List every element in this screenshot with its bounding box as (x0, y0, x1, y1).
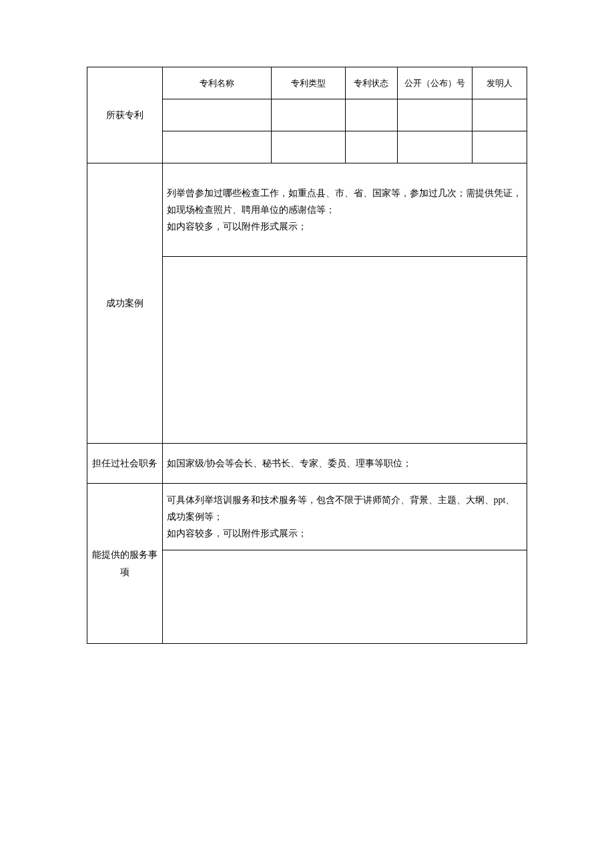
patent-name-header: 专利名称 (162, 67, 272, 99)
success-cases-instruction-row: 成功案例 列举曾参加过哪些检查工作，如重点县、市、省、国家等，参加过几次；需提供… (87, 163, 527, 257)
social-positions-row: 担任过社会职务 如国家级/协会等会长、秘书长、专家、委员、理事等职位； (87, 444, 527, 484)
success-cases-label: 成功案例 (87, 163, 163, 444)
patent-inventor-header: 发明人 (473, 67, 527, 99)
patent-status-cell[interactable] (345, 99, 397, 131)
patent-status-header: 专利状态 (345, 67, 397, 99)
patents-header-row: 所获专利 专利名称 专利类型 专利状态 公开（公布）号 发明人 (87, 67, 527, 99)
patent-number-header: 公开（公布）号 (397, 67, 473, 99)
patent-number-cell[interactable] (397, 99, 473, 131)
patent-type-header: 专利类型 (272, 67, 346, 99)
patent-type-cell[interactable] (272, 99, 346, 131)
form-table: 所获专利 专利名称 专利类型 专利状态 公开（公布）号 发明人 成功案例 列举曾… (87, 67, 527, 644)
social-positions-instruction: 如国家级/协会等会长、秘书长、专家、委员、理事等职位； (162, 444, 527, 484)
patent-number-cell[interactable] (397, 131, 473, 163)
services-content[interactable] (162, 550, 527, 644)
patent-inventor-cell[interactable] (473, 131, 527, 163)
services-label: 能提供的服务事项 (87, 484, 163, 644)
patents-label: 所获专利 (87, 67, 163, 163)
social-positions-label: 担任过社会职务 (87, 444, 163, 484)
success-cases-content[interactable] (162, 257, 527, 444)
services-instruction-row: 能提供的服务事项 可具体列举培训服务和技术服务等，包含不限于讲师简介、背景、主题… (87, 484, 527, 550)
patent-name-cell[interactable] (162, 131, 272, 163)
success-cases-instruction: 列举曾参加过哪些检查工作，如重点县、市、省、国家等，参加过几次；需提供凭证，如现… (162, 163, 527, 257)
patent-inventor-cell[interactable] (473, 99, 527, 131)
services-instruction: 可具体列举培训服务和技术服务等，包含不限于讲师简介、背景、主题、大纲、ppt、成… (162, 484, 527, 550)
patent-status-cell[interactable] (345, 131, 397, 163)
patent-type-cell[interactable] (272, 131, 346, 163)
patent-name-cell[interactable] (162, 99, 272, 131)
